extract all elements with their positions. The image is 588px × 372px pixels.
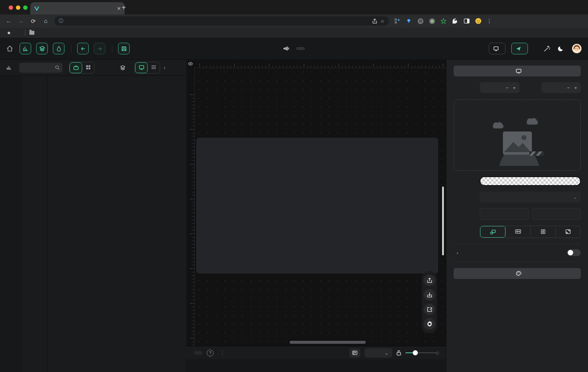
vertical-ruler	[186, 68, 195, 346]
plus-icon[interactable]: +	[574, 85, 577, 91]
filter-toggle[interactable]	[567, 249, 581, 256]
project-name[interactable]	[296, 47, 305, 50]
close-window-button[interactable]	[9, 5, 13, 10]
browser-tab[interactable]: ✕	[30, 2, 125, 14]
preview-button[interactable]	[489, 43, 505, 54]
back-icon[interactable]: ←	[5, 18, 12, 24]
height-stepper[interactable]: −+	[541, 82, 581, 93]
canvas-quick-actions	[422, 271, 437, 333]
width-stepper[interactable]: −+	[480, 82, 520, 93]
canvas-horizontal-scrollbar[interactable]	[290, 341, 366, 344]
history-button[interactable]	[194, 351, 202, 355]
background-upload-dropzone[interactable]	[454, 100, 581, 171]
publish-button[interactable]	[511, 43, 528, 54]
preview-capsule-chart[interactable]	[354, 232, 408, 273]
plus-icon[interactable]: +	[513, 85, 516, 91]
monitor-icon	[516, 69, 521, 74]
search-input[interactable]	[19, 63, 63, 73]
preview-bar-chart[interactable]	[203, 142, 272, 186]
settings-gear-icon[interactable]	[424, 318, 435, 330]
address-bar[interactable]: ⓘ ☆	[54, 16, 389, 26]
status-bar: ? ⌄	[186, 346, 446, 359]
sidebar-panel-icon[interactable]	[463, 18, 470, 24]
collapse-panel-icon[interactable]: ‹	[164, 65, 165, 71]
dot-extension-icon[interactable]	[429, 18, 435, 24]
magic-wand-icon[interactable]	[544, 46, 550, 52]
clear-background-button[interactable]	[480, 208, 529, 220]
zoom-select[interactable]: ⌄	[365, 348, 392, 358]
detail-panel-toggle[interactable]	[349, 348, 360, 358]
fit-width-option[interactable]	[505, 226, 530, 237]
new-tab-button[interactable]: +	[122, 4, 126, 12]
design-canvas[interactable]	[186, 60, 446, 346]
tab-close-icon[interactable]: ✕	[117, 6, 121, 11]
canvas-vertical-scrollbar[interactable]	[442, 187, 444, 255]
background-color-swatch[interactable]	[480, 176, 581, 186]
zoom-slider-knob[interactable]	[413, 350, 418, 355]
app-type-select[interactable]: ⌄	[480, 192, 581, 202]
filter-panel-toggle[interactable]	[53, 43, 64, 54]
app-window: ✕ + ← → ⟳ ⌂ ⓘ ☆ ⌘ ⋮ ★	[0, 0, 588, 372]
fit-stretch-option[interactable]	[555, 226, 580, 237]
component-categories	[22, 76, 47, 372]
help-icon[interactable]: ?	[207, 350, 214, 356]
preview-line-chart[interactable]	[204, 314, 272, 346]
star-icon: ★	[7, 30, 11, 35]
eye-icon[interactable]	[186, 60, 194, 68]
redo-button[interactable]	[94, 43, 105, 54]
undo-button[interactable]	[77, 43, 89, 54]
chevron-down-icon: ⌄	[385, 350, 388, 356]
bookmarks-root[interactable]: ★	[4, 29, 16, 36]
component-card-list	[47, 76, 113, 372]
user-avatar[interactable]	[572, 44, 581, 53]
save-button[interactable]	[118, 43, 130, 54]
preview-hbar-chart[interactable]	[277, 186, 350, 230]
grid-view-toggle[interactable]	[82, 62, 94, 72]
fit-scale-option[interactable]	[480, 226, 505, 238]
search-icon	[55, 65, 60, 70]
fit-height-option[interactable]	[530, 226, 555, 237]
reload-icon[interactable]: ⟳	[30, 18, 37, 25]
lock-icon[interactable]	[396, 350, 401, 356]
app-home-icon[interactable]	[7, 45, 13, 52]
bookmarks-overflow[interactable]	[18, 32, 24, 33]
other-bookmarks[interactable]	[27, 30, 39, 35]
dark-mode-moon-icon[interactable]	[558, 46, 564, 52]
import-icon[interactable]	[424, 289, 435, 301]
chart-panel-toggle[interactable]	[20, 43, 31, 54]
browser-tab-strip: ✕ +	[0, 0, 588, 14]
layers-icon	[120, 65, 125, 70]
minus-icon[interactable]: −	[506, 85, 509, 91]
layers-thumbnail-view[interactable]	[135, 62, 148, 73]
page-config-header[interactable]	[454, 66, 581, 76]
command-extension-icon[interactable]: ⌘	[417, 18, 424, 24]
maximize-window-button[interactable]	[23, 5, 28, 10]
site-info-icon[interactable]: ⓘ	[59, 18, 63, 24]
paper-plane-icon	[516, 46, 521, 51]
extensions-puzzle-icon[interactable]	[452, 18, 458, 24]
layers-panel: ‹	[113, 60, 187, 372]
forward-icon[interactable]: →	[17, 18, 25, 24]
layers-panel-toggle[interactable]	[36, 43, 48, 54]
share-icon[interactable]	[372, 18, 377, 24]
chart-icon	[7, 65, 11, 70]
extension-icon-badge[interactable]	[394, 18, 400, 24]
gem-extension-icon[interactable]	[406, 18, 412, 24]
minimize-window-button[interactable]	[16, 5, 20, 10]
layers-list-view[interactable]	[148, 62, 160, 72]
bookmark-star-icon[interactable]: ☆	[380, 18, 385, 24]
edit-icon[interactable]	[424, 304, 435, 315]
horizontal-ruler	[194, 60, 446, 68]
theme-color-header[interactable]	[454, 268, 581, 279]
dashboard-preview[interactable]	[196, 138, 438, 273]
zoom-slider[interactable]	[406, 350, 439, 355]
export-icon[interactable]	[424, 275, 435, 286]
clear-color-button[interactable]	[532, 208, 581, 220]
browser-menu-icon[interactable]: ⋮	[487, 18, 492, 24]
chevron-right-icon[interactable]: ›	[457, 250, 458, 256]
toolbox-view-toggle[interactable]	[70, 62, 82, 73]
profile-avatar[interactable]	[475, 18, 482, 24]
home-icon[interactable]: ⌂	[42, 18, 49, 24]
minus-icon[interactable]: −	[567, 85, 570, 91]
green-star-extension-icon[interactable]	[440, 18, 447, 24]
